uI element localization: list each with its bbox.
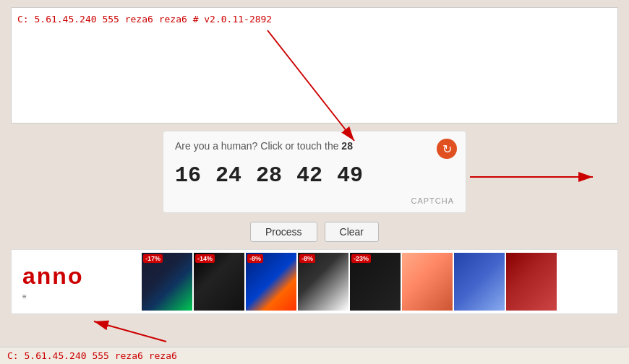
captcha-numbers-row: 16 24 28 42 49 [175,159,454,192]
captcha-number-0[interactable]: 16 [175,163,201,188]
captcha-number-1[interactable]: 24 [215,163,241,188]
captcha-refresh-button[interactable]: ↻ [437,139,457,159]
discount-badge-0: -17% [143,254,163,263]
svg-line-3 [94,321,166,342]
clear-button[interactable]: Clear [325,222,379,242]
process-button[interactable]: Process [250,222,317,242]
ad-menu-icon[interactable]: ≡ [22,292,27,300]
ad-banner: anno ≡ -17% -14% -8% -8% -23% [11,249,618,314]
discount-badge-2: -8% [247,254,263,263]
ad-products-row: -17% -14% -8% -8% -23% [142,253,617,311]
ad-product-0[interactable]: -17% [142,253,192,311]
discount-badge-1: -14% [195,254,215,263]
captcha-number-3[interactable]: 42 [296,163,322,188]
captcha-number-2[interactable]: 28 [256,163,282,188]
ad-product-2[interactable]: -8% [246,253,296,311]
captcha-question: Are you a human? Click or touch the 28 [175,140,454,152]
ad-product-3[interactable]: -8% [298,253,348,311]
ad-logo[interactable]: anno ≡ [12,263,142,300]
log-container [11,7,618,124]
status-bar: C: 5.61.45.240 555 reza6 reza6 [0,347,629,364]
captcha-label: CAPTCHA [175,196,454,205]
action-buttons: Process Clear [0,222,629,242]
ad-product-1[interactable]: -14% [194,253,244,311]
captcha-widget: Are you a human? Click or touch the 28 ↻… [163,131,466,213]
ad-product-6[interactable] [454,253,505,311]
captcha-target: 28 [341,140,353,152]
log-textarea[interactable] [12,8,617,120]
ad-product-7[interactable] [506,253,557,311]
status-text: C: 5.61.45.240 555 reza6 reza6 [7,350,177,361]
discount-badge-3: -8% [299,254,315,263]
ad-product-5[interactable] [402,253,453,311]
ad-logo-text: anno [22,263,83,290]
discount-badge-4: -23% [351,254,371,263]
captcha-number-4[interactable]: 49 [337,163,363,188]
ad-product-4[interactable]: -23% [350,253,401,311]
